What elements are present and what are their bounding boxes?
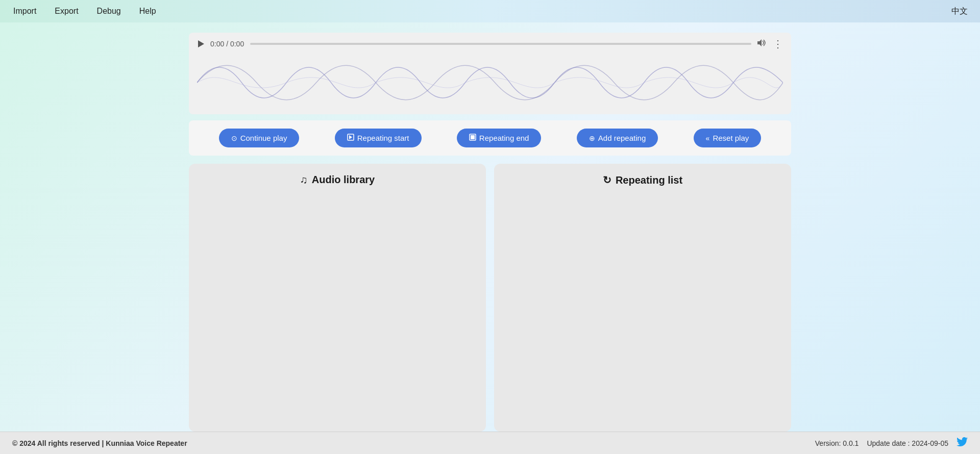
repeating-start-icon [347, 134, 354, 142]
audio-library-title-text: Audio library [312, 174, 375, 186]
progress-bar[interactable] [250, 43, 751, 45]
reset-play-icon: « [706, 134, 710, 142]
more-button[interactable]: ⋮ [773, 39, 783, 49]
menu-items: Import Export Debug Help [12, 5, 157, 18]
footer: © 2024 All rights reserved | Kunniaa Voi… [0, 432, 980, 454]
add-repeating-icon: ⊕ [589, 134, 595, 142]
version-text: Version: 0.0.1 [815, 439, 859, 447]
add-repeating-label: Add repeating [598, 134, 646, 142]
audio-controls-row: 0:00 / 0:00 ⋮ [197, 39, 783, 49]
audio-library-title: ♫ Audio library [199, 174, 476, 186]
repeating-start-label: Repeating start [357, 134, 409, 142]
repeating-end-icon [469, 134, 476, 142]
reset-play-label: Reset play [713, 134, 749, 142]
repeating-end-label: Repeating end [479, 134, 529, 142]
svg-marker-1 [757, 39, 762, 46]
menu-debug[interactable]: Debug [96, 5, 122, 18]
language-switch[interactable]: 中文 [951, 6, 968, 17]
audio-library-panel: ♫ Audio library [189, 164, 486, 432]
continue-play-icon: ⊙ [231, 134, 237, 142]
time-display: 0:00 / 0:00 [210, 40, 244, 48]
svg-rect-5 [471, 135, 475, 139]
repeating-list-panel: ↻ Repeating list [494, 164, 791, 432]
continue-play-button[interactable]: ⊙ Continue play [219, 129, 300, 147]
continue-play-label: Continue play [240, 134, 287, 142]
volume-button[interactable] [757, 39, 767, 48]
buttons-row: ⊙ Continue play Repeating start Repeatin… [189, 120, 791, 156]
main-content: 0:00 / 0:00 ⋮ ⊙ Cont [0, 22, 980, 432]
audio-player-container: 0:00 / 0:00 ⋮ [189, 33, 791, 114]
menu-import[interactable]: Import [12, 5, 37, 18]
repeating-list-title-text: Repeating list [616, 174, 682, 186]
repeating-list-title: ↻ Repeating list [504, 174, 781, 186]
repeating-list-icon: ↻ [603, 174, 611, 186]
waveform-container [197, 57, 783, 108]
reset-play-button[interactable]: « Reset play [694, 129, 762, 147]
svg-marker-3 [349, 135, 352, 139]
footer-right: Version: 0.0.1 Update date : 2024-09-05 [815, 437, 968, 449]
waveform-svg [197, 57, 783, 108]
repeating-end-button[interactable]: Repeating end [457, 129, 542, 147]
menu-export[interactable]: Export [54, 5, 79, 18]
footer-left: © 2024 All rights reserved | Kunniaa Voi… [12, 439, 187, 447]
update-date-text: Update date : 2024-09-05 [867, 439, 948, 447]
menu-bar: Import Export Debug Help 中文 [0, 0, 980, 22]
play-button[interactable] [197, 40, 204, 47]
menu-help[interactable]: Help [138, 5, 157, 18]
audio-library-icon: ♫ [300, 174, 308, 186]
twitter-icon[interactable] [957, 437, 968, 449]
panels-row: ♫ Audio library ↻ Repeating list [189, 164, 791, 432]
add-repeating-button[interactable]: ⊕ Add repeating [577, 129, 658, 147]
svg-marker-0 [198, 40, 204, 47]
repeating-start-button[interactable]: Repeating start [335, 129, 422, 147]
